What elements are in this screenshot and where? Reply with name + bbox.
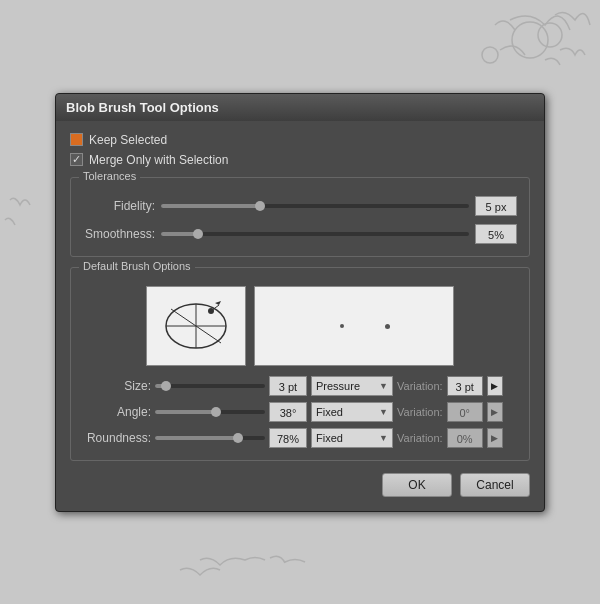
angle-dropdown-label: Fixed bbox=[316, 406, 343, 418]
size-label: Size: bbox=[83, 379, 151, 393]
roundness-variation-arrow: ▶ bbox=[487, 428, 503, 448]
size-value[interactable]: 3 pt bbox=[269, 376, 307, 396]
angle-label: Angle: bbox=[83, 405, 151, 419]
angle-variation-label: Variation: bbox=[397, 406, 443, 418]
angle-value[interactable]: 38° bbox=[269, 402, 307, 422]
angle-dropdown[interactable]: Fixed ▼ bbox=[311, 402, 393, 422]
dialog-buttons: OK Cancel bbox=[70, 473, 530, 497]
keep-selected-label: Keep Selected bbox=[89, 133, 167, 147]
angle-dropdown-arrow: ▼ bbox=[379, 407, 388, 417]
brush-options-section: Default Brush Options bbox=[70, 267, 530, 461]
size-dropdown-arrow: ▼ bbox=[379, 381, 388, 391]
smoothness-label: Smoothness: bbox=[83, 227, 155, 241]
size-dropdown[interactable]: Pressure ▼ bbox=[311, 376, 393, 396]
svg-point-1 bbox=[538, 23, 562, 47]
size-row: Size: 3 pt Pressure ▼ Variation: 3 pt ▶ bbox=[83, 376, 517, 396]
angle-variation-arrow: ▶ bbox=[487, 402, 503, 422]
preview-dot-2 bbox=[385, 324, 390, 329]
tolerances-section: Tolerances Fidelity: 5 px Smoothness: 5% bbox=[70, 177, 530, 257]
ok-button[interactable]: OK bbox=[382, 473, 452, 497]
preview-dot-1 bbox=[340, 324, 344, 328]
blob-brush-dialog: Blob Brush Tool Options Keep Selected ✓ … bbox=[55, 93, 545, 512]
angle-row: Angle: 38° Fixed ▼ Variation: 0° ▶ bbox=[83, 402, 517, 422]
brush-options-legend: Default Brush Options bbox=[79, 260, 195, 272]
dialog-title: Blob Brush Tool Options bbox=[66, 100, 219, 115]
merge-only-label: Merge Only with Selection bbox=[89, 153, 228, 167]
svg-point-0 bbox=[512, 22, 548, 58]
brush-preview-left bbox=[146, 286, 246, 366]
keep-selected-row: Keep Selected bbox=[70, 133, 530, 147]
size-slider[interactable] bbox=[155, 384, 265, 388]
roundness-variation-value: 0% bbox=[447, 428, 483, 448]
merge-only-row: ✓ Merge Only with Selection bbox=[70, 153, 530, 167]
size-variation-arrow[interactable]: ▶ bbox=[487, 376, 503, 396]
size-dropdown-label: Pressure bbox=[316, 380, 360, 392]
roundness-dropdown-arrow: ▼ bbox=[379, 433, 388, 443]
smoothness-row: Smoothness: 5% bbox=[83, 224, 517, 244]
roundness-value[interactable]: 78% bbox=[269, 428, 307, 448]
roundness-dropdown-label: Fixed bbox=[316, 432, 343, 444]
fidelity-slider[interactable] bbox=[161, 204, 469, 208]
roundness-dropdown[interactable]: Fixed ▼ bbox=[311, 428, 393, 448]
merge-only-checkbox[interactable]: ✓ bbox=[70, 153, 83, 166]
angle-variation-value: 0° bbox=[447, 402, 483, 422]
brush-preview-right bbox=[254, 286, 454, 366]
roundness-row: Roundness: 78% Fixed ▼ Variation: 0% ▶ bbox=[83, 428, 517, 448]
brush-shape-icon bbox=[151, 291, 241, 361]
fidelity-row: Fidelity: 5 px bbox=[83, 196, 517, 216]
dialog-titlebar: Blob Brush Tool Options bbox=[56, 94, 544, 121]
cancel-button[interactable]: Cancel bbox=[460, 473, 530, 497]
tolerances-legend: Tolerances bbox=[79, 170, 140, 182]
angle-slider[interactable] bbox=[155, 410, 265, 414]
fidelity-value[interactable]: 5 px bbox=[475, 196, 517, 216]
svg-marker-9 bbox=[215, 301, 221, 305]
dialog-body: Keep Selected ✓ Merge Only with Selectio… bbox=[56, 121, 544, 511]
keep-selected-checkbox[interactable] bbox=[70, 133, 83, 146]
roundness-variation-label: Variation: bbox=[397, 432, 443, 444]
size-variation-value[interactable]: 3 pt bbox=[447, 376, 483, 396]
roundness-label: Roundness: bbox=[83, 431, 151, 445]
fidelity-label: Fidelity: bbox=[83, 199, 155, 213]
svg-point-2 bbox=[482, 47, 498, 63]
smoothness-value[interactable]: 5% bbox=[475, 224, 517, 244]
roundness-slider[interactable] bbox=[155, 436, 265, 440]
brush-preview-area bbox=[83, 286, 517, 366]
size-variation-label: Variation: bbox=[397, 380, 443, 392]
smoothness-slider[interactable] bbox=[161, 232, 469, 236]
